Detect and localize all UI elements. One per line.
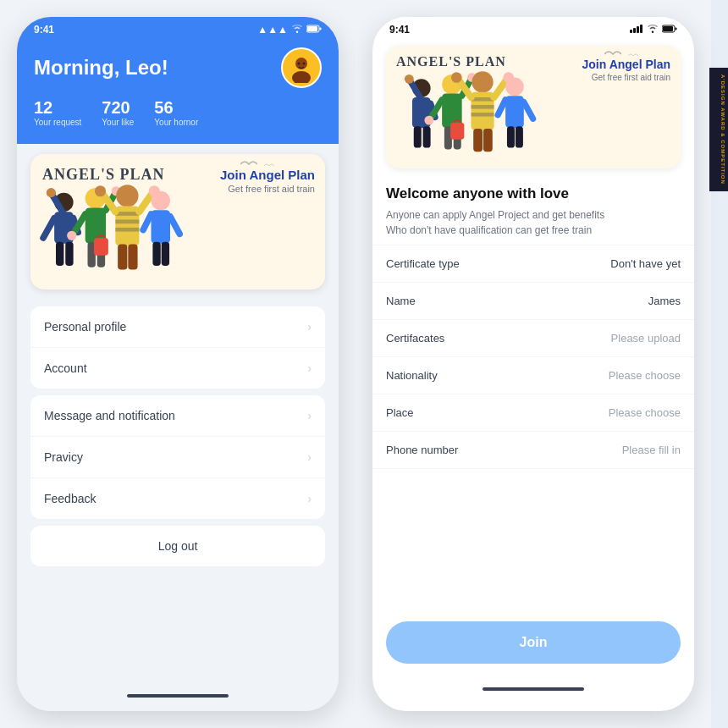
header-blue: Morning, Leo! 12 Your request <box>17 39 339 144</box>
welcome-line-1: Anyone can apply Angel Project and get b… <box>386 209 604 221</box>
people-illustration-left <box>30 163 208 290</box>
svg-rect-15 <box>65 242 73 266</box>
people-illustration-right <box>386 50 564 168</box>
logout-section[interactable]: Log out <box>30 526 325 566</box>
svg-rect-41 <box>94 238 108 256</box>
menu-item-personal-profile[interactable]: Personal profile › <box>30 306 325 348</box>
svg-point-19 <box>67 231 76 240</box>
stat-number-request: 12 <box>34 98 81 118</box>
menu-section-1: Personal profile › Account › <box>30 306 325 389</box>
join-button[interactable]: Join <box>386 621 681 664</box>
form-value-name: James <box>648 295 681 307</box>
wifi-icon-right <box>647 24 659 36</box>
left-phone-screen: 9:41 ▲▲▲ <box>17 17 339 711</box>
right-phone: 9:41 <box>356 0 711 728</box>
svg-line-37 <box>170 217 179 234</box>
angel-card-right[interactable]: ANGEL'S PLAN <box>386 46 681 168</box>
time-right: 9:41 <box>389 24 410 36</box>
svg-point-24 <box>116 185 138 207</box>
welcome-text: Anyone can apply Angel Project and get b… <box>386 207 681 238</box>
form-label-nationality: Nationality <box>386 369 438 382</box>
header-top: Morning, Leo! <box>34 47 322 88</box>
svg-rect-43 <box>633 28 636 33</box>
svg-rect-66 <box>471 97 494 102</box>
stats-row: 12 Your request 720 Your like 56 Your ho… <box>34 98 322 127</box>
svg-rect-28 <box>115 228 139 232</box>
menu-label-privacy: Pravicy <box>44 450 83 464</box>
form-row-name[interactable]: Name James <box>372 283 694 320</box>
svg-point-7 <box>303 63 306 65</box>
svg-rect-39 <box>152 242 160 266</box>
battery-icon <box>306 24 322 36</box>
svg-point-61 <box>424 116 433 125</box>
angel-card-info-left: Join Angel Plan Get free first aid train <box>220 168 315 194</box>
chevron-right-icon-2: › <box>307 361 312 375</box>
menu-item-feedback[interactable]: Feedback › <box>30 478 325 519</box>
form-row-phone[interactable]: Phone number Please fill in <box>372 432 694 469</box>
form-value-nationality: Please choose <box>609 369 681 382</box>
stat-number-hornor: 56 <box>154 98 198 118</box>
form-label-certificates: Certifacates <box>386 332 444 345</box>
svg-line-10 <box>43 218 54 238</box>
menu-label-message: Message and notification <box>44 409 175 422</box>
status-icons-right <box>630 24 677 36</box>
wifi-icon <box>291 24 303 36</box>
greeting: Morning, Leo! <box>34 56 168 80</box>
form-label-phone: Phone number <box>386 444 458 456</box>
chevron-right-icon: › <box>307 320 312 334</box>
form-value-certificate: Don't have yet <box>610 257 681 270</box>
status-bar-right: 9:41 <box>372 17 694 39</box>
form-row-certificates[interactable]: Certifacates Please upload <box>372 320 694 357</box>
svg-rect-48 <box>676 28 677 30</box>
menu-item-account[interactable]: Account › <box>30 348 325 389</box>
svg-point-70 <box>451 72 462 83</box>
signal-icon-right <box>630 24 643 36</box>
svg-point-75 <box>505 78 524 97</box>
angel-join-sub-right: Get free first aid train <box>582 73 671 82</box>
menu-label-feedback: Feedback <box>44 492 96 505</box>
svg-line-77 <box>524 102 533 119</box>
svg-rect-40 <box>162 242 169 266</box>
svg-point-35 <box>152 191 171 211</box>
menu-item-privacy[interactable]: Pravicy › <box>30 437 325 478</box>
chevron-right-icon-4: › <box>307 450 312 464</box>
welcome-line-2: Who don't have qualification can get fre… <box>386 224 592 236</box>
form-row-nationality[interactable]: Nationality Please choose <box>372 357 694 394</box>
svg-line-78 <box>498 100 505 115</box>
right-phone-screen: 9:41 <box>372 17 694 711</box>
svg-point-6 <box>298 63 301 65</box>
menu-item-message[interactable]: Message and notification › <box>30 395 325 437</box>
angel-join-sub-left: Get free first aid train <box>220 184 315 194</box>
angel-join-title-right: Join Angel Plan <box>582 58 671 71</box>
svg-rect-81 <box>450 123 464 140</box>
form-row-place[interactable]: Place Please choose <box>372 394 694 432</box>
svg-rect-26 <box>115 212 139 216</box>
stat-request: 12 Your request <box>34 98 81 127</box>
form-row-certificate[interactable]: Certificate type Don't have yet <box>372 245 694 283</box>
form-section: Certificate type Don't have yet Name Jam… <box>372 245 694 469</box>
menu-label-account: Account <box>44 361 87 375</box>
svg-rect-67 <box>471 105 494 109</box>
svg-rect-73 <box>473 129 483 152</box>
svg-line-31 <box>139 193 152 212</box>
svg-line-71 <box>494 79 507 97</box>
angel-card-left[interactable]: ANGEL'S PLAN <box>30 154 325 290</box>
menu-section-2: Message and notification › Pravicy › Fee… <box>30 395 325 519</box>
svg-rect-44 <box>637 26 639 33</box>
stat-like: 720 Your like <box>102 98 134 127</box>
form-value-place: Please choose <box>609 406 681 419</box>
form-label-certificate: Certificate type <box>386 257 460 270</box>
svg-rect-33 <box>118 245 127 270</box>
avatar[interactable] <box>281 47 322 88</box>
form-label-place: Place <box>386 406 414 419</box>
stat-label-request: Your request <box>34 118 81 127</box>
svg-rect-27 <box>115 220 139 224</box>
svg-rect-54 <box>414 126 422 147</box>
angel-join-title-left: Join Angel Plan <box>220 168 315 182</box>
stat-number-like: 720 <box>102 98 134 118</box>
svg-rect-55 <box>423 126 431 147</box>
form-value-certificates: Please upload <box>611 332 681 345</box>
svg-rect-47 <box>663 26 673 31</box>
svg-point-30 <box>95 185 106 196</box>
svg-rect-74 <box>483 129 493 152</box>
